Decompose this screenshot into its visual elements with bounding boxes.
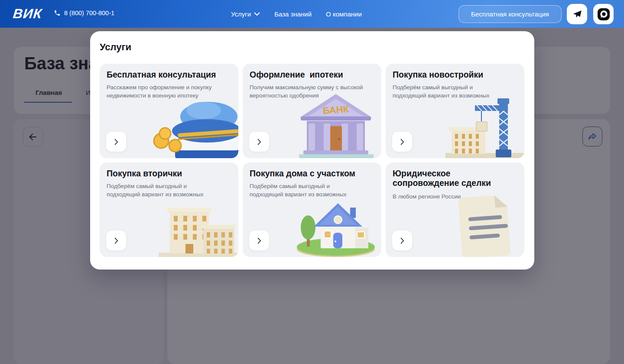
- service-card-title: Покупка вторички: [107, 169, 231, 178]
- nav-item-knowledge-base[interactable]: База знаний: [274, 10, 312, 18]
- service-card-title: Юридическое сопровождение сделки: [393, 169, 517, 188]
- service-card-arrow-button[interactable]: [392, 231, 412, 250]
- service-card-title: Оформление ипотеки: [250, 70, 374, 79]
- services-grid: Бесплатная консультация Расскажем про оф…: [100, 64, 524, 257]
- chevron-right-icon: [257, 139, 261, 145]
- service-card-description: В любом регионе России: [393, 193, 507, 201]
- nav-about-label: О компании: [326, 10, 362, 18]
- services-menu-title: Услуги: [100, 42, 131, 53]
- phone-icon: [54, 10, 61, 16]
- main-nav: Услуги База знаний О компании: [231, 10, 362, 18]
- service-card-free-consultation[interactable]: Бесплатная консультация Расскажем про оф…: [100, 64, 238, 158]
- free-consultation-button[interactable]: Бесплатная консультация: [458, 5, 562, 23]
- chevron-right-icon: [114, 139, 118, 145]
- service-card-description: Подберём самый выгодный и подходящий вар…: [250, 182, 364, 199]
- service-card-arrow-button[interactable]: [249, 231, 269, 250]
- nav-item-services[interactable]: Услуги: [231, 10, 260, 18]
- service-card-description: Получим максимальную сумму с высокой вер…: [250, 84, 364, 100]
- service-card-title: Покупка дома с участком: [250, 169, 374, 178]
- service-card-description: Подберём самый выгодный и подходящий вар…: [393, 84, 507, 100]
- phone-link[interactable]: 8 (800) 700-800-1: [54, 10, 114, 16]
- chevron-down-icon: [254, 12, 260, 16]
- service-card-new-building[interactable]: Покупка новостройки Подберём самый выгод…: [386, 64, 524, 158]
- service-card-description: Подберём самый выгодный и подходящий вар…: [107, 182, 221, 199]
- telegram-icon: [572, 9, 583, 20]
- service-card-arrow-button[interactable]: [106, 132, 126, 152]
- phone-number: 8 (800) 700-800-1: [64, 10, 114, 16]
- nav-services-label: Услуги: [231, 10, 251, 18]
- nav-kb-label: База знаний: [274, 10, 312, 18]
- telegram-button[interactable]: [567, 4, 587, 24]
- services-dropdown-panel: Услуги Бесплатная консультация Расск: [90, 31, 534, 270]
- service-card-title: Бесплатная консультация: [107, 70, 231, 79]
- service-card-legal-support[interactable]: Юридическое сопровождение сделки В любом…: [386, 162, 524, 257]
- messenger-icon: [596, 7, 611, 22]
- service-card-arrow-button[interactable]: [106, 231, 126, 250]
- messenger-button[interactable]: [593, 4, 614, 24]
- chevron-right-icon: [400, 139, 404, 145]
- logo[interactable]: ВИК: [12, 6, 43, 22]
- service-card-secondary-housing[interactable]: Покупка вторички Подберём самый выгодный…: [100, 162, 238, 257]
- service-card-arrow-button[interactable]: [249, 132, 269, 152]
- nav-item-about[interactable]: О компании: [326, 10, 362, 18]
- chevron-right-icon: [400, 237, 404, 244]
- chevron-right-icon: [257, 237, 261, 244]
- service-card-title: Покупка новостройки: [393, 70, 517, 79]
- service-card-description: Расскажем про оформление и покупку недви…: [107, 84, 221, 100]
- svg-text:БАНК: БАНК: [322, 104, 349, 116]
- service-card-arrow-button[interactable]: [392, 132, 412, 152]
- chevron-right-icon: [114, 237, 118, 244]
- service-card-house-with-plot[interactable]: Покупка дома с участком Подберём самый в…: [243, 162, 381, 257]
- screen: База знаний Главная И ВИК: [0, 0, 624, 364]
- service-card-mortgage[interactable]: БАНК Оформление ипотеки Получим максимал…: [243, 64, 381, 158]
- top-navbar: ВИК 8 (800) 700-800-1 Услуги База знаний…: [0, 0, 624, 28]
